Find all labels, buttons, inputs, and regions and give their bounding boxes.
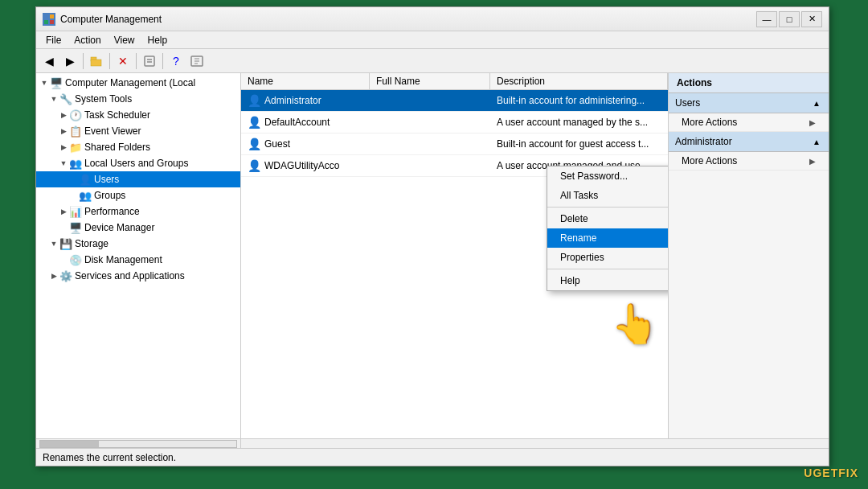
svg-rect-2 (44, 20, 48, 24)
user-icon-administrator: 👤 (248, 94, 261, 107)
list-row[interactable]: 👤 Guest Built-in account for guest acces… (241, 134, 668, 155)
tree-expand-event-viewer: ▶ (59, 127, 68, 135)
ctx-separator-2 (547, 269, 668, 269)
ctx-delete[interactable]: Delete (547, 209, 668, 228)
admin-collapse-icon: ▲ (813, 138, 821, 146)
tree-icon-root: 🖥️ (49, 76, 63, 89)
cell-name-administrator: 👤 Administrator (241, 92, 370, 109)
toolbar-separator-1 (83, 53, 84, 69)
tree-expand-system-tools: ▼ (49, 95, 59, 103)
forward-button[interactable]: ▶ (60, 51, 80, 71)
cell-name-wdag: 👤 WDAGUtilityAcco (241, 158, 370, 174)
back-button[interactable]: ◀ (39, 51, 59, 71)
tree-item-event-viewer[interactable]: ▶ 📋 Event Viewer (36, 123, 240, 139)
menu-file[interactable]: File (39, 33, 68, 47)
window-title: Computer Management (60, 14, 756, 25)
maximize-button[interactable]: □ (779, 11, 800, 27)
more-actions-arrow-admin: ▶ (809, 157, 816, 166)
watermark-prefix: UG (804, 466, 822, 479)
toolbar: ◀ ▶ ✕ ? (36, 49, 829, 73)
ctx-properties[interactable]: Properties (547, 248, 668, 267)
watermark-suffix: FIX (838, 466, 858, 479)
ctx-all-tasks[interactable]: All Tasks ▶ (547, 186, 668, 205)
tree-item-shared-folders[interactable]: ▶ 📁 Shared Folders (36, 139, 240, 155)
tree-root[interactable]: ▼ 🖥️ Computer Management (Local (36, 75, 240, 91)
extra-button[interactable] (187, 51, 207, 71)
help-button[interactable]: ? (166, 51, 186, 71)
tree-item-performance[interactable]: ▶ 📊 Performance (36, 203, 240, 220)
tree-item-users[interactable]: 👤 Users (36, 171, 240, 187)
actions-header[interactable]: Actions (669, 73, 829, 93)
tree-icon-system-tools: 🔧 (59, 92, 73, 105)
administrator-section-header[interactable]: Administrator ▲ (669, 132, 829, 152)
cell-name-default: 👤 DefaultAccount (241, 114, 370, 130)
col-header-name[interactable]: Name (241, 73, 370, 89)
status-bar: Renames the current selection. (36, 448, 829, 466)
tree-item-system-tools[interactable]: ▼ 🔧 System Tools (36, 91, 240, 107)
status-text: Renames the current selection. (43, 452, 176, 463)
list-header: Name Full Name Description (241, 73, 668, 90)
ctx-help[interactable]: Help (547, 271, 668, 290)
window-icon (43, 13, 55, 26)
col-header-description[interactable]: Description (490, 73, 668, 89)
cell-fullname-wdag (370, 164, 490, 167)
tree-icon-users: 👤 (78, 173, 92, 186)
tree-icon-services: ⚙️ (59, 269, 73, 282)
svg-rect-6 (145, 56, 154, 66)
menu-action[interactable]: Action (68, 33, 107, 47)
user-icon-guest: 👤 (248, 138, 261, 150)
svg-rect-3 (50, 20, 54, 24)
more-actions-arrow-users: ▶ (809, 118, 816, 127)
delete-button[interactable]: ✕ (113, 51, 133, 71)
tree-item-task-scheduler[interactable]: ▶ 🕐 Task Scheduler (36, 107, 240, 123)
list-row[interactable]: 👤 Administrator Built-in account for adm… (241, 90, 668, 112)
user-icon-default: 👤 (248, 116, 261, 129)
tree-label-task-scheduler: Task Scheduler (83, 109, 150, 121)
tree-label-event-viewer: Event Viewer (83, 125, 141, 137)
properties-button[interactable] (140, 51, 159, 71)
tree-icon-performance: 📊 (68, 205, 83, 218)
menu-view[interactable]: View (108, 33, 141, 47)
tree-label-storage: Storage (73, 238, 108, 249)
ctx-separator-1 (547, 207, 668, 208)
tree-label-device-manager: Device Manager (83, 222, 154, 233)
ctx-rename[interactable]: Rename (547, 228, 668, 248)
tree-icon-groups: 👥 (78, 189, 92, 202)
tree-expand-storage: ▼ (49, 240, 59, 248)
tree-icon-event-viewer: 📋 (68, 125, 83, 138)
tree-horizontal-scrollbar[interactable] (39, 440, 237, 448)
ctx-set-password[interactable]: Set Password... (547, 166, 668, 186)
svg-rect-5 (91, 60, 101, 66)
list-row[interactable]: 👤 DefaultAccount A user account managed … (241, 112, 668, 134)
tree-item-disk-management[interactable]: 💿 Disk Management (36, 252, 240, 268)
tree-item-device-manager[interactable]: 🖥️ Device Manager (36, 220, 240, 236)
svg-rect-1 (50, 14, 54, 18)
menu-help[interactable]: Help (141, 33, 174, 47)
tree-expand-shared-folders: ▶ (59, 143, 68, 151)
main-window: Computer Management — □ ✕ File Action Vi… (35, 6, 829, 466)
col-header-fullname[interactable]: Full Name (370, 73, 490, 89)
up-folder-button[interactable] (87, 51, 106, 71)
actions-panel: Actions Users ▲ More Actions ▶ Administr… (668, 73, 829, 438)
toolbar-separator-2 (109, 53, 110, 69)
minimize-button[interactable]: — (756, 11, 777, 27)
tree-item-storage[interactable]: ▼ 💾 Storage (36, 236, 240, 252)
cell-name-guest: 👤 Guest (241, 136, 370, 152)
tree-expand-performance: ▶ (59, 208, 68, 216)
tree-icon-device-manager: 🖥️ (68, 221, 83, 234)
users-more-actions[interactable]: More Actions ▶ (669, 113, 829, 132)
context-menu: Set Password... All Tasks ▶ Delete Renam… (547, 166, 668, 291)
close-button[interactable]: ✕ (801, 11, 822, 27)
tree-item-services[interactable]: ▶ ⚙️ Services and Applications (36, 268, 240, 284)
tree-scroll-bottom (36, 439, 241, 448)
tree-label-root: Computer Management (Local (63, 77, 195, 88)
tree-label-disk-management: Disk Management (83, 254, 162, 265)
svg-rect-0 (44, 14, 49, 19)
tree-label-services: Services and Applications (73, 270, 185, 281)
users-section-header[interactable]: Users ▲ (669, 93, 829, 113)
users-collapse-icon: ▲ (813, 99, 821, 108)
window-controls: — □ ✕ (756, 11, 822, 27)
tree-item-groups[interactable]: 👥 Groups (36, 187, 240, 203)
admin-more-actions[interactable]: More Actions ▶ (669, 152, 829, 171)
tree-item-local-users[interactable]: ▼ 👥 Local Users and Groups (36, 155, 240, 171)
